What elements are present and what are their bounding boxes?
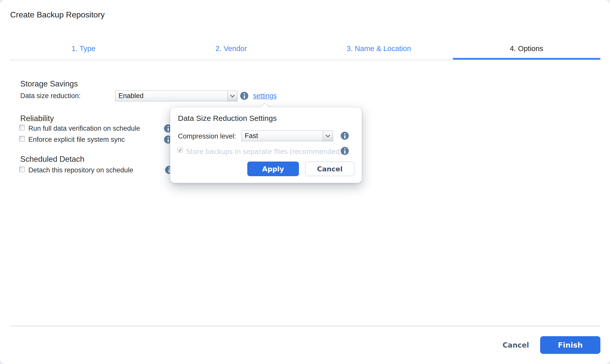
store-backups-separate-label: Store backups in separate files (recomme… xyxy=(186,148,342,155)
reliability-heading: Reliability xyxy=(20,115,54,122)
cancel-button[interactable]: Cancel xyxy=(502,342,529,349)
compression-level-info-icon[interactable] xyxy=(341,132,349,140)
tab-options-label: 4. Options xyxy=(510,44,543,53)
run-full-verification-label: Run full data verification on schedule xyxy=(28,125,140,132)
wizard-dialog: Create Backup Repository 1. Type 2. Vend… xyxy=(0,0,610,364)
compression-level-label: Compression level: xyxy=(178,133,236,140)
data-size-reduction-value: Enabled xyxy=(115,91,227,101)
apply-button[interactable]: Apply xyxy=(247,162,299,176)
compression-level-value: Fast xyxy=(242,131,323,141)
data-size-reduction-settings-link[interactable]: settings xyxy=(253,93,277,99)
chevron-down-icon[interactable] xyxy=(227,91,237,101)
footer-divider xyxy=(10,326,600,326)
tab-type-label: 1. Type xyxy=(71,44,95,53)
enforce-fs-sync-label: Enforce explicit file system sync xyxy=(28,136,125,143)
scheduled-detach-heading: Scheduled Detach xyxy=(20,155,84,163)
wizard-step-tabs: 1. Type 2. Vendor 3. Name & Location 4. … xyxy=(10,37,600,60)
tabs-divider xyxy=(10,60,600,60)
chevron-down-icon[interactable] xyxy=(323,131,333,141)
data-size-reduction-select[interactable]: Enabled xyxy=(115,90,238,101)
tab-options[interactable]: 4. Options xyxy=(453,37,601,60)
popover-title: Data Size Reduction Settings xyxy=(178,115,277,122)
finish-button[interactable]: Finish xyxy=(540,336,600,354)
data-size-reduction-label: Data size reduction: xyxy=(20,93,81,99)
detach-on-schedule-checkbox[interactable] xyxy=(19,167,25,172)
run-full-verification-checkbox[interactable] xyxy=(19,125,25,130)
page-title: Create Backup Repository xyxy=(10,11,105,19)
detach-on-schedule-label: Detach this repository on schedule xyxy=(28,167,133,174)
popover-arrow xyxy=(260,103,270,112)
tab-name-location-label: 3. Name & Location xyxy=(347,44,411,53)
enforce-fs-sync-checkbox[interactable] xyxy=(19,136,25,142)
tab-vendor[interactable]: 2. Vendor xyxy=(157,37,305,60)
store-backups-separate-info-icon[interactable] xyxy=(341,147,349,155)
data-size-reduction-popover: Data Size Reduction Settings Compression… xyxy=(170,107,362,183)
data-size-reduction-info-icon[interactable] xyxy=(240,92,248,100)
tab-vendor-label: 2. Vendor xyxy=(215,44,247,53)
popover-cancel-button[interactable]: Cancel xyxy=(305,162,355,176)
tab-type[interactable]: 1. Type xyxy=(10,37,157,60)
compression-level-select[interactable]: Fast xyxy=(241,130,333,141)
tab-name-location[interactable]: 3. Name & Location xyxy=(305,37,453,60)
store-backups-separate-checkbox xyxy=(177,147,183,153)
storage-savings-heading: Storage Savings xyxy=(20,80,78,88)
